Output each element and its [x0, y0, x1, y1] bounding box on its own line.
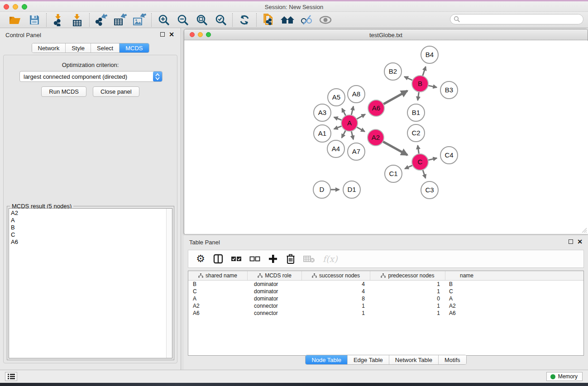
- zoom-fit-icon[interactable]: [194, 13, 209, 27]
- columns-icon[interactable]: [213, 253, 223, 265]
- settings-gear-icon[interactable]: ⚙: [196, 253, 206, 265]
- float-table-panel-icon[interactable]: [569, 239, 573, 244]
- open-session-icon[interactable]: [8, 13, 23, 27]
- float-panel-icon[interactable]: [160, 32, 165, 37]
- result-list-item[interactable]: A2: [9, 210, 172, 217]
- export-network-icon[interactable]: [94, 13, 109, 27]
- select-all-icon[interactable]: [231, 253, 242, 265]
- edge-B-B1[interactable]: [418, 91, 419, 100]
- graph-node-B4[interactable]: B4: [421, 46, 438, 63]
- graph-node-D[interactable]: D: [313, 181, 330, 198]
- graph-node-C3[interactable]: C3: [421, 181, 438, 199]
- tab-network[interactable]: Network: [32, 43, 66, 52]
- edge-A-A3[interactable]: [334, 117, 342, 120]
- result-list-item[interactable]: A6: [9, 238, 172, 246]
- graph-node-A4[interactable]: A4: [327, 140, 344, 157]
- deselect-all-icon[interactable]: [249, 253, 260, 265]
- edge-A6-B[interactable]: [383, 91, 407, 105]
- delete-row-icon[interactable]: [286, 253, 296, 265]
- tab-style[interactable]: Style: [66, 43, 91, 52]
- graph-node-C4[interactable]: C4: [440, 147, 458, 164]
- zoom-out-icon[interactable]: [175, 13, 190, 27]
- mcds-result-list[interactable]: A2ABCA6: [9, 208, 172, 358]
- network-from-file-icon[interactable]: [261, 13, 276, 27]
- graph-node-A8[interactable]: A8: [348, 86, 365, 103]
- result-list-item[interactable]: A: [9, 217, 172, 224]
- graph-node-C[interactable]: C: [412, 154, 428, 170]
- column-header-successor-nodes[interactable]: successor nodes: [302, 271, 370, 280]
- table-row[interactable]: Bdominator41B: [188, 281, 583, 288]
- edge-A-A4[interactable]: [342, 130, 346, 138]
- edge-A-A1[interactable]: [334, 126, 342, 129]
- graph-node-A1[interactable]: A1: [314, 125, 331, 142]
- edge-C-C1[interactable]: [405, 165, 413, 169]
- column-header-predecessor-nodes[interactable]: predecessor nodes: [370, 271, 445, 280]
- table-row[interactable]: Cdominator41C: [188, 288, 583, 295]
- edge-C-C4[interactable]: [428, 158, 437, 160]
- graph-node-B2[interactable]: B2: [384, 63, 402, 80]
- import-network-icon[interactable]: [51, 13, 66, 27]
- table-row[interactable]: A2connector11A2: [188, 302, 583, 310]
- hide-glasses-icon[interactable]: [299, 13, 314, 27]
- refresh-icon[interactable]: [237, 13, 252, 27]
- graph-node-A[interactable]: A: [341, 115, 358, 131]
- resize-grip-icon[interactable]: [581, 227, 587, 233]
- table-row[interactable]: Adominator80A: [188, 295, 583, 302]
- tab-motifs[interactable]: Motifs: [439, 355, 466, 364]
- edge-C-C3[interactable]: [423, 169, 426, 178]
- search-box[interactable]: [450, 14, 583, 24]
- graph-node-C1[interactable]: C1: [385, 165, 402, 182]
- table-row[interactable]: A6connector11A6: [188, 310, 583, 317]
- edge-B-B3[interactable]: [428, 86, 437, 88]
- graph-node-A6[interactable]: A6: [368, 100, 384, 116]
- import-table-icon[interactable]: [70, 13, 85, 27]
- tab-node-table[interactable]: Node Table: [306, 355, 348, 364]
- tab-edge-table[interactable]: Edge Table: [348, 355, 389, 364]
- tab-mcds[interactable]: MCDS: [120, 43, 148, 52]
- run-mcds-button[interactable]: Run MCDS: [41, 86, 86, 97]
- column-header-name[interactable]: name: [445, 271, 488, 280]
- edge-B-B2[interactable]: [404, 76, 413, 81]
- result-scrollbar[interactable]: [166, 209, 172, 358]
- edge-A2-C[interactable]: [382, 141, 407, 155]
- graph-node-B1[interactable]: B1: [407, 104, 425, 121]
- graph-node-A3[interactable]: A3: [314, 104, 331, 121]
- column-header-MCDS-role[interactable]: MCDS role: [248, 271, 302, 280]
- network-canvas[interactable]: B4B2BB3A5A8A6A3B1AA1C2A2A4A7C4CC1C3DD1: [185, 41, 588, 234]
- close-panel-icon[interactable]: ✕: [169, 31, 174, 38]
- zoom-selected-icon[interactable]: [213, 13, 228, 27]
- graph-node-A2[interactable]: A2: [368, 129, 384, 146]
- show-eye-icon[interactable]: [318, 13, 333, 27]
- save-session-icon[interactable]: [27, 13, 42, 27]
- edge-B-B4[interactable]: [422, 67, 425, 76]
- graph-node-D1[interactable]: D1: [343, 181, 360, 198]
- edge-A-A5[interactable]: [342, 109, 346, 116]
- node-table[interactable]: shared nameMCDS rolesuccessor nodesprede…: [188, 271, 584, 356]
- zoom-in-icon[interactable]: [156, 13, 171, 27]
- tab-select[interactable]: Select: [91, 43, 120, 52]
- column-header-shared-name[interactable]: shared name: [188, 271, 248, 280]
- result-list-item[interactable]: C: [9, 231, 172, 238]
- edge-A-A6[interactable]: [356, 114, 365, 119]
- result-list-item[interactable]: B: [9, 224, 172, 231]
- edge-A-A7[interactable]: [351, 131, 354, 140]
- memory-button[interactable]: Memory: [546, 372, 583, 381]
- add-row-icon[interactable]: [268, 253, 278, 265]
- graph-node-C2[interactable]: C2: [407, 124, 425, 142]
- export-table-icon[interactable]: [113, 13, 128, 27]
- home-icon[interactable]: [280, 13, 295, 27]
- export-image-icon[interactable]: [132, 13, 147, 27]
- close-table-panel-icon[interactable]: ✕: [577, 238, 583, 245]
- graph-node-B3[interactable]: B3: [440, 81, 458, 99]
- tab-network-table[interactable]: Network Table: [389, 355, 439, 364]
- close-panel-button[interactable]: Close panel: [93, 86, 139, 97]
- graph-node-A5[interactable]: A5: [328, 89, 345, 106]
- graph-node-A7[interactable]: A7: [348, 143, 365, 160]
- graph-node-B[interactable]: B: [412, 76, 428, 92]
- edge-A-A2[interactable]: [356, 127, 365, 132]
- optimization-criterion-dropdown[interactable]: largest connected component (directed): [19, 71, 163, 82]
- edge-C-C2[interactable]: [418, 145, 419, 154]
- edge-A-A8[interactable]: [351, 106, 354, 116]
- show-panels-button[interactable]: [5, 372, 17, 381]
- search-input[interactable]: [460, 15, 583, 24]
